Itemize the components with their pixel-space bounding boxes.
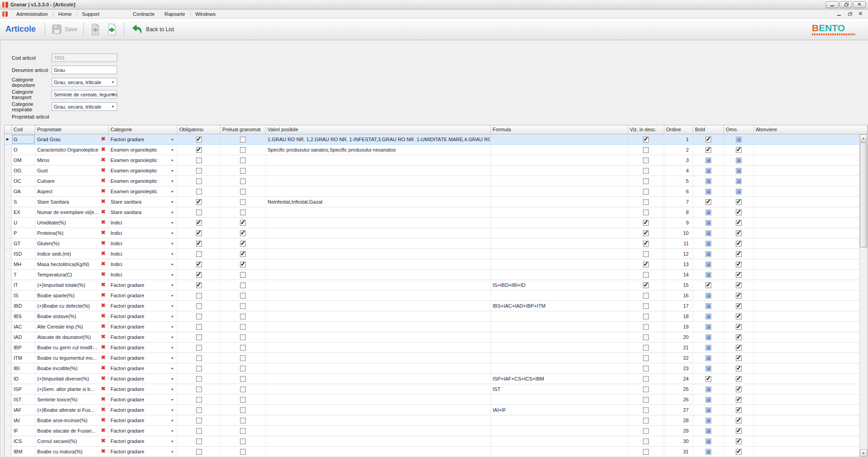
checkbox-preluat-granomat[interactable] [221,186,266,196]
checkbox-obligatoriu[interactable] [177,218,221,228]
cell-cod[interactable]: P [12,228,35,238]
checkbox-viz-in-desc-icon[interactable] [643,199,649,205]
cell-ordine[interactable]: 17 [664,301,693,311]
checkbox-obligatoriu[interactable] [177,374,221,384]
cell-proprietate[interactable]: (+)Impuritati totale(%)✖ [35,280,109,290]
checkbox-omo-icon[interactable] [736,397,742,403]
checkbox-preluat-granomat-icon[interactable] [240,137,246,143]
table-row[interactable]: MHMasa hectolitrica(Kg/hl)✖Indici▼13 [5,259,867,270]
checkbox-preluat-granomat-icon[interactable] [240,230,246,236]
checkbox-viz-in-desc-icon[interactable] [643,355,649,361]
row-selector-cell[interactable] [5,249,12,259]
category-dropdown-arrow-icon[interactable]: ▼ [171,409,174,412]
checkbox-preluat-granomat-icon[interactable] [240,418,246,424]
category-dropdown-arrow-icon[interactable]: ▼ [171,346,174,349]
cell-abreviere[interactable] [754,405,860,415]
table-row[interactable]: IBPBoabe cu germ cul modif-...✖Factori g… [5,343,867,353]
cell-categorie[interactable]: Examen organoleptic▼ [109,155,177,165]
cell-ordine[interactable]: 22 [664,353,693,363]
delete-property-icon[interactable]: ✖ [101,324,106,329]
checkbox-bold-icon[interactable] [705,147,711,153]
checkbox-omo[interactable] [724,134,754,144]
checkbox-preluat-granomat-icon[interactable] [240,449,246,455]
row-selector-cell[interactable] [5,395,12,405]
cell-cod[interactable]: OM [12,155,35,165]
checkbox-obligatoriu-icon[interactable] [196,366,202,371]
checkbox-bold[interactable] [693,155,724,165]
cell-cod[interactable]: GT [12,238,35,248]
checkbox-viz-in-desc-icon[interactable] [643,303,649,309]
checkbox-obligatoriu-icon[interactable] [196,272,202,278]
checkbox-preluat-granomat-icon[interactable] [240,178,246,184]
checkbox-viz-in-desc-icon[interactable] [643,428,649,434]
checkbox-obligatoriu[interactable] [177,363,221,373]
checkbox-bold-icon[interactable] [705,241,711,247]
checkbox-bold-icon[interactable] [705,407,711,413]
checkbox-preluat-granomat[interactable] [221,436,266,446]
checkbox-obligatoriu-icon[interactable] [196,303,202,309]
category-dropdown-arrow-icon[interactable]: ▼ [171,440,174,443]
checkbox-omo[interactable] [724,353,754,363]
cell-formula[interactable] [491,228,628,238]
mdi-close-icon[interactable]: ✕ [858,11,863,17]
cell-formula[interactable] [491,343,628,352]
checkbox-preluat-granomat-icon[interactable] [240,366,246,371]
table-row[interactable]: IBMBoabe cu malura(%)✖Factori gradare▼31 [5,447,867,457]
cell-formula[interactable] [491,332,628,342]
checkbox-preluat-granomat-icon[interactable] [240,199,246,205]
checkbox-bold-icon[interactable] [705,324,711,330]
category-dropdown-arrow-icon[interactable]: ▼ [171,450,174,453]
row-selector-cell[interactable] [5,322,12,332]
cell-abreviere[interactable] [754,186,860,196]
checkbox-viz-in-desc-icon[interactable] [643,168,649,174]
row-selector-cell[interactable] [5,145,12,155]
delete-property-icon[interactable]: ✖ [101,261,106,267]
checkbox-bold[interactable] [693,436,724,446]
checkbox-bold-icon[interactable] [705,428,711,434]
cell-valori-posibile[interactable] [266,353,491,363]
cell-formula[interactable]: IAI+IF [491,405,628,415]
checkbox-obligatoriu-icon[interactable] [196,386,202,392]
checkbox-preluat-granomat-icon[interactable] [240,157,246,163]
checkbox-omo-icon[interactable] [736,282,742,288]
cell-ordine[interactable]: 4 [664,166,693,176]
cell-formula[interactable] [491,218,628,228]
checkbox-viz-in-desc[interactable] [628,218,664,228]
cell-abreviere[interactable] [754,436,860,446]
checkbox-obligatoriu-icon[interactable] [196,189,202,195]
checkbox-obligatoriu[interactable] [177,322,221,332]
checkbox-viz-in-desc-icon[interactable] [643,189,649,195]
checkbox-omo-icon[interactable] [736,251,742,257]
cell-categorie[interactable]: Factori gradare▼ [109,415,177,425]
delete-property-icon[interactable]: ✖ [101,355,106,360]
checkbox-bold-icon[interactable] [705,334,711,340]
column-header-preluat-granomat[interactable]: Preluat granomat [221,125,266,134]
table-row[interactable]: IAF(+)Boabe alterate si Fus...✖Factori g… [5,405,867,415]
row-selector-cell[interactable] [5,447,12,457]
checkbox-viz-in-desc[interactable] [628,270,664,280]
checkbox-viz-in-desc-icon[interactable] [643,324,649,330]
checkbox-bold-icon[interactable] [705,199,711,205]
delete-property-icon[interactable]: ✖ [101,282,106,287]
category-dropdown-arrow-icon[interactable]: ▼ [171,159,174,162]
cell-categorie[interactable]: Indici▼ [109,218,177,228]
table-row[interactable]: EXNumar de exemplare vii(e...✖Stare sani… [5,207,867,218]
checkbox-omo[interactable] [724,290,754,300]
checkbox-omo-icon[interactable] [736,334,742,340]
cell-ordine[interactable]: 3 [664,155,693,165]
checkbox-bold-icon[interactable] [705,220,711,226]
restore-button[interactable] [839,1,852,8]
checkbox-bold[interactable] [693,249,724,259]
cell-valori-posibile[interactable] [266,384,491,394]
row-selector-cell[interactable] [5,186,12,196]
cell-categorie[interactable]: Factori gradare▼ [109,374,177,384]
cell-valori-posibile[interactable] [266,176,491,186]
cell-valori-posibile[interactable] [266,207,491,217]
cell-abreviere[interactable] [754,447,860,457]
checkbox-omo[interactable] [724,218,754,228]
delete-property-icon[interactable]: ✖ [101,240,106,246]
checkbox-preluat-granomat[interactable] [221,280,266,290]
checkbox-bold[interactable] [693,228,724,238]
checkbox-preluat-granomat[interactable] [221,426,266,436]
cell-categorie[interactable]: Factori gradare▼ [109,363,177,373]
